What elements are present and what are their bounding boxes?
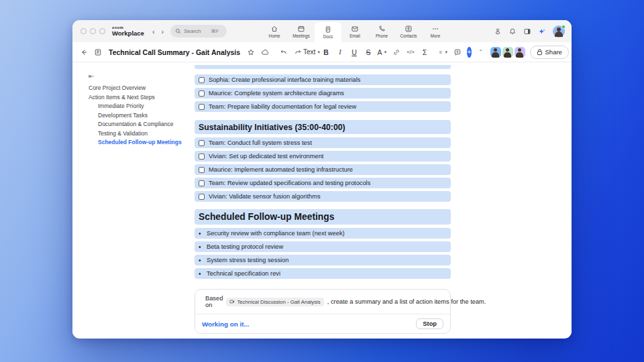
titlebar-right-icons [494,20,565,42]
sidebar-item-core-project-overview[interactable]: Core Project Overview [89,84,195,93]
checkbox[interactable] [199,90,205,97]
home-icon [270,25,278,33]
notifications-bell-icon[interactable] [508,27,517,36]
maximize-window-button[interactable] [99,28,105,34]
user-avatar[interactable] [553,25,565,38]
checkbox[interactable] [199,154,205,160]
text-color-dropdown[interactable]: A▼ [378,46,387,59]
zoom-workplace-window: zoom Workplace ‹ › ⌘F Home Meetings [72,20,572,339]
ai-companion-card: Based on Technical Discussion - Gait Ana… [195,289,451,334]
tab-phone[interactable]: Phone [368,20,395,42]
favorite-star-button[interactable] [246,46,256,59]
checklist-item[interactable]: Team: Prepare liability documentation fo… [195,101,451,112]
minimize-window-button[interactable] [90,28,96,34]
status-online-dot [561,25,566,29]
collaborator-avatar[interactable] [502,47,513,58]
insert-link-button[interactable] [392,46,401,59]
redo-button[interactable] [293,46,303,59]
tab-home[interactable]: Home [261,20,288,42]
ai-status-text: Working on it... [202,320,250,328]
align-left-icon [439,48,443,56]
tab-docs[interactable]: Docs [315,22,341,42]
link-icon [392,48,400,56]
checkbox[interactable] [199,104,205,110]
formula-button[interactable]: Σ [420,46,429,59]
checklist-item[interactable]: Sophia: Create professional interface tr… [195,74,451,85]
code-button[interactable]: </> [406,46,415,59]
sidebar-item-scheduled-followup-meetings[interactable]: Scheduled Follow-up Meetings [89,138,195,147]
checklist-item[interactable]: Maurice: Implement automated testing inf… [195,164,451,175]
zoom-workplace-logo: zoom Workplace [112,25,144,37]
lock-icon [537,48,543,56]
align-dropdown[interactable]: ▼ [439,46,448,59]
collapse-sidebar-icon[interactable]: ⇤ [89,72,94,80]
document-content: Sophia: Create professional interface tr… [195,62,451,338]
more-icon [431,25,439,33]
bold-button[interactable]: B [321,46,331,59]
sidebar-item-action-items[interactable]: Action Items & Next Steps [89,93,195,103]
collaborator-avatar[interactable] [490,47,501,58]
checkbox[interactable] [199,180,205,186]
section-heading[interactable]: Scheduled Follow-up Meetings [195,209,451,225]
outline-sidebar: ⇤ Core Project Overview Action Items & N… [72,62,195,338]
source-doc-chip[interactable]: Technical Discussion - Gait Analysis [226,298,323,306]
ai-prompt-prefix: Based on [205,295,223,308]
star-icon [247,48,255,56]
comment-button[interactable] [453,46,462,59]
tab-contacts[interactable]: Contacts [395,20,422,42]
checklist-item[interactable]: Team: Conduct full system stress test [195,137,451,148]
profile-icon[interactable] [494,27,502,36]
document-title[interactable]: Technical Call Summary - Gait Analysis [109,48,240,56]
checklist-item[interactable]: Maurice: Complete system architecture di… [195,88,451,99]
tab-email[interactable]: Email [341,20,368,42]
document-toolbar: Technical Call Summary - Gait Analysis T… [72,42,572,62]
search-input[interactable]: ⌘F [170,25,227,38]
underline-button[interactable]: U [350,46,359,59]
share-button[interactable]: Share [530,46,569,59]
ai-companion-icon[interactable] [538,27,546,36]
bullet-item[interactable]: • Beta testing protocol review [195,241,451,252]
checkbox[interactable] [199,140,205,146]
checkbox[interactable] [199,167,205,173]
titlebar: zoom Workplace ‹ › ⌘F Home Meetings [72,20,572,42]
sidebar-item-immediate-priority[interactable]: Immediate Priority [89,102,195,111]
checklist-item[interactable]: Team: Review updated specifications and … [195,178,451,188]
collaborator-avatar[interactable] [515,47,525,58]
sidebar-item-documentation-compliance[interactable]: Documentation & Compliance [89,120,195,129]
history-navigation: ‹ › [152,27,164,36]
collapse-toolbar-button[interactable]: ⌃ [476,46,486,59]
italic-button[interactable]: I [335,46,345,59]
bullet-item[interactable]: • Technical specification revi [195,268,451,279]
tab-more[interactable]: More [422,20,449,42]
ai-add-button[interactable]: + [467,47,471,58]
search-field[interactable] [184,28,208,34]
undo-button[interactable] [279,46,288,59]
checkbox[interactable] [199,77,205,83]
side-panel-icon[interactable] [523,27,531,36]
forward-icon[interactable]: › [162,27,164,36]
close-window-button[interactable] [80,28,87,34]
stop-button[interactable]: Stop [416,318,443,329]
chevron-down-icon: ▼ [384,50,388,54]
checkbox[interactable] [199,194,205,200]
back-icon[interactable]: ‹ [152,27,155,36]
bullet-glyph: • [199,270,207,278]
strikethrough-button[interactable]: S [364,46,373,59]
tab-meetings[interactable]: Meetings [288,20,315,42]
section-heading[interactable]: Sustainability Initiatives (35:00-40:00) [195,120,451,134]
docs-icon [324,25,332,34]
text-style-dropdown[interactable]: Text▼ [307,46,317,59]
desktop-background: zoom Workplace ‹ › ⌘F Home Meetings [0,0,644,362]
checklist-item[interactable]: Vivian: Set up dedicated test environmen… [195,151,451,162]
bullet-item[interactable]: • System stress testing session [195,255,451,265]
sidebar-item-testing-validation[interactable]: Testing & Validation [89,129,195,139]
back-button[interactable] [79,46,89,59]
checklist-item[interactable]: Vivian: Validate sensor fusion algorithm… [195,191,451,202]
cloud-sync-button[interactable] [260,46,270,59]
docs-home-button[interactable] [93,46,103,59]
search-icon [175,28,181,34]
sidebar-item-development-tasks[interactable]: Development Tasks [89,111,195,121]
bullet-glyph: • [199,243,207,251]
window-controls [80,28,105,34]
bullet-item[interactable]: • Security review with compliance team (… [195,228,451,239]
